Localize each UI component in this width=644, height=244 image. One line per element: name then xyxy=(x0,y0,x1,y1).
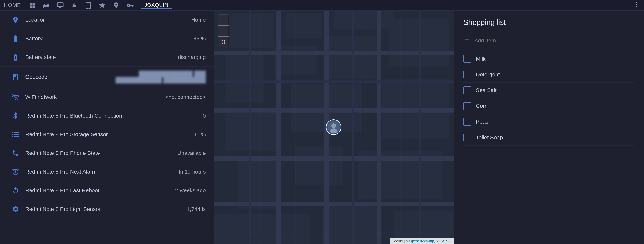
svg-rect-16 xyxy=(226,113,278,151)
nav-more-button[interactable] xyxy=(633,1,640,9)
battery-label: Battery xyxy=(23,36,193,42)
wifi-label: WiFi network xyxy=(23,94,165,100)
svg-rect-22 xyxy=(214,214,310,244)
shopping-item-peas: Peas xyxy=(464,114,634,130)
bluetooth-row: Redmi Note 8 Pro Bluetooth Connection 0 xyxy=(0,106,214,125)
battery-value: 83 % xyxy=(193,36,206,42)
svg-rect-11 xyxy=(334,11,394,29)
map-background: + − Leaflet | © OpenStreetMap, © CAR xyxy=(214,11,454,244)
alarm-value: In 19 hours xyxy=(178,169,206,175)
svg-rect-12 xyxy=(226,55,264,103)
alarm-row: Redmi Note 8 Pro Next Alarm In 19 hours xyxy=(0,162,214,181)
map-zoom-in[interactable]: + xyxy=(218,15,229,26)
shopping-item-label-sea-salt: Sea Salt xyxy=(476,87,634,93)
shopping-item-checkbox-peas[interactable] xyxy=(464,118,471,126)
battery-state-value: discharging xyxy=(178,54,206,60)
phone-icon xyxy=(8,149,23,157)
nav-icon-grid[interactable] xyxy=(29,2,36,9)
svg-point-37 xyxy=(331,123,336,128)
map-attribution: Leaflet | © OpenStreetMap, © CARTO xyxy=(390,238,454,244)
geocode-value: ██████████████ ███ ████████████ ████████… xyxy=(109,71,206,83)
phone-state-value: Unavailable xyxy=(178,150,206,156)
wifi-row: WiFi network <not connected> xyxy=(0,88,214,106)
shopping-items-list: MilkDetergentSea SaltCornPeasToilet Soap xyxy=(464,51,634,146)
add-item-input[interactable] xyxy=(474,38,634,44)
nav-active-tab[interactable]: JOAQUIN xyxy=(141,2,172,9)
top-navigation: HOME xyxy=(0,0,644,11)
location-icon xyxy=(8,16,23,24)
device-info-panel: Location Home Battery 83 % Battery state… xyxy=(0,11,214,244)
shopping-item-checkbox-detergent[interactable] xyxy=(464,71,471,78)
carto-link[interactable]: CARTO xyxy=(440,239,452,243)
shopping-item-label-detergent: Detergent xyxy=(476,71,634,78)
shopping-item-checkbox-toilet-soap[interactable] xyxy=(464,134,471,141)
shopping-item-label-milk: Milk xyxy=(476,56,634,62)
add-item-icon xyxy=(464,36,470,45)
svg-rect-20 xyxy=(296,146,344,185)
svg-rect-1 xyxy=(33,3,35,5)
shopping-item-label-peas: Peas xyxy=(476,119,634,125)
wifi-icon xyxy=(8,93,23,101)
phone-state-label: Redmi Note 8 Pro Phone State xyxy=(23,150,178,156)
bluetooth-label: Redmi Note 8 Pro Bluetooth Connection xyxy=(23,113,203,119)
light-sensor-value: 1,744 lx xyxy=(187,206,206,212)
nav-icon-bed[interactable] xyxy=(43,2,50,9)
light-sensor-row: Redmi Note 8 Pro Light Sensor 1,744 lx xyxy=(0,200,214,218)
map-fullscreen[interactable] xyxy=(218,36,229,47)
shopping-item-label-toilet-soap: Toilet Soap xyxy=(476,134,634,141)
storage-value: 31 % xyxy=(193,131,206,138)
geocode-label: Geocode xyxy=(23,74,109,80)
svg-point-6 xyxy=(636,6,637,7)
shopping-item-detergent: Detergent xyxy=(464,67,634,83)
map-controls: + − xyxy=(218,15,229,48)
map-user-avatar xyxy=(326,119,342,135)
shopping-item-corn: Corn xyxy=(464,98,634,114)
shopping-item-toilet-soap: Toilet Soap xyxy=(464,130,634,146)
reboot-label: Redmi Note 8 Pro Last Reboot xyxy=(23,187,175,194)
nav-home-label[interactable]: HOME xyxy=(4,2,21,8)
shopping-item-sea-salt: Sea Salt xyxy=(464,83,634,98)
reboot-value: 2 weeks ago xyxy=(175,187,206,194)
nav-icon-light[interactable] xyxy=(99,2,106,9)
svg-rect-0 xyxy=(30,3,32,5)
shopping-item-checkbox-milk[interactable] xyxy=(464,55,471,63)
svg-rect-10 xyxy=(286,15,322,38)
map-zoom-out[interactable]: − xyxy=(218,26,229,36)
battery-row: Battery 83 % xyxy=(0,29,214,48)
svg-rect-19 xyxy=(238,161,281,209)
alarm-label: Redmi Note 8 Pro Next Alarm xyxy=(23,169,178,175)
battery-icon xyxy=(8,35,23,42)
svg-rect-3 xyxy=(33,6,35,8)
main-content: Location Home Battery 83 % Battery state… xyxy=(0,11,644,244)
add-item-row[interactable] xyxy=(464,33,634,49)
shopping-item-milk: Milk xyxy=(464,51,634,67)
map-area: + − Leaflet | © OpenStreetMap, © CAR xyxy=(214,11,454,244)
location-row: Location Home xyxy=(0,11,214,29)
storage-label: Redmi Note 8 Pro Storage Sensor xyxy=(23,131,193,138)
nav-icon-group: JOAQUIN xyxy=(29,2,633,9)
shopping-list-panel: Shopping list MilkDetergentSea SaltCornP… xyxy=(454,11,644,244)
nav-icon-key[interactable] xyxy=(127,2,134,9)
shopping-item-checkbox-corn[interactable] xyxy=(464,102,471,110)
bluetooth-value: 0 xyxy=(203,113,206,119)
svg-rect-15 xyxy=(389,19,449,67)
geocode-row: Geocode ██████████████ ███ ████████████ … xyxy=(0,67,214,88)
shopping-item-label-corn: Corn xyxy=(476,103,634,109)
svg-point-4 xyxy=(636,2,637,3)
nav-icon-location[interactable] xyxy=(113,2,120,9)
nav-icon-hand[interactable] xyxy=(71,2,78,9)
openstreetmap-link[interactable]: OpenStreetMap xyxy=(409,239,434,243)
shopping-list-title: Shopping list xyxy=(464,18,634,27)
nav-icon-monitor[interactable] xyxy=(57,2,64,9)
storage-icon xyxy=(8,131,23,138)
reboot-row: Redmi Note 8 Pro Last Reboot 2 weeks ago xyxy=(0,181,214,200)
alarm-icon xyxy=(8,168,23,176)
shopping-item-checkbox-sea-salt[interactable] xyxy=(464,86,471,94)
battery-charging-icon xyxy=(8,53,23,61)
attribution-text: Leaflet | © xyxy=(392,239,409,243)
nav-icon-tablet[interactable] xyxy=(85,2,92,9)
battery-state-label: Battery state xyxy=(23,54,178,60)
bluetooth-icon xyxy=(8,112,23,120)
light-sensor-icon xyxy=(8,205,23,213)
location-label: Location xyxy=(23,17,191,23)
